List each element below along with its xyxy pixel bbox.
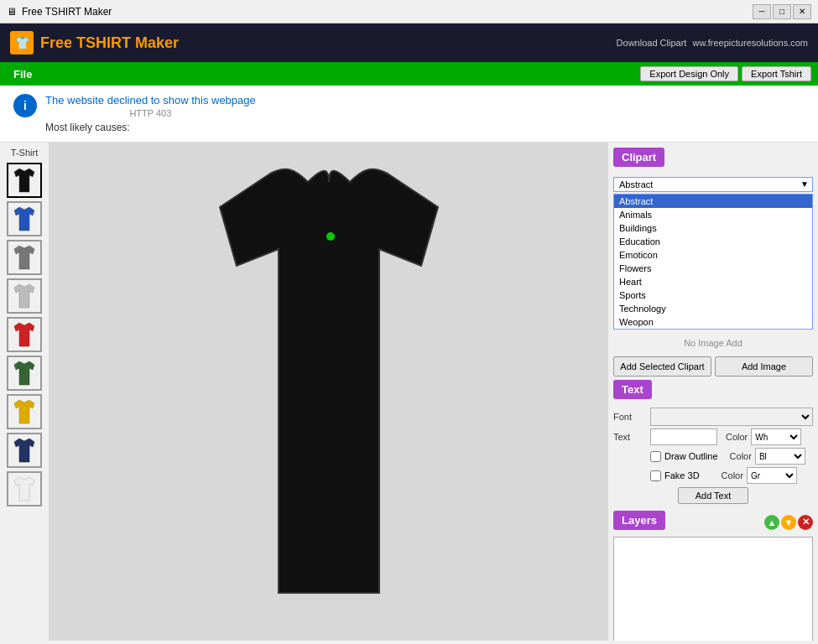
layers-header-row: Layers ▲ ▼ ✕ (613, 511, 813, 533)
logo-free: Free (40, 34, 76, 51)
fake3d-color-select[interactable]: Gr (747, 467, 797, 484)
error-message: The website declined to show this webpag… (45, 94, 256, 106)
add-image-button[interactable]: Add Image (715, 356, 813, 377)
text-color-select[interactable]: Wh (751, 428, 801, 445)
layers-section: Layers ▲ ▼ ✕ (613, 511, 813, 641)
logo-text: Free TSHIRT Maker (40, 34, 179, 52)
layer-delete-icon[interactable]: ✕ (798, 515, 813, 530)
clipart-btn-row: Add Selected Clipart Add Image (613, 356, 813, 377)
tshirt-color-gray[interactable] (7, 240, 42, 275)
main-area: T-Shirt (0, 143, 818, 641)
titlebar-left: 🖥 Free TSHIRT Maker (7, 6, 112, 18)
font-row: Font (613, 408, 813, 426)
layer-up-icon[interactable]: ▲ (764, 515, 779, 530)
outline-color-label: Color (730, 451, 752, 461)
error-banner: i The website declined to show this webp… (0, 86, 818, 143)
clipart-dropdown-container: Abstract ▼ Abstract Animals Buildings Ed… (613, 177, 813, 330)
clipart-option-sports[interactable]: Sports (614, 288, 812, 302)
tshirt-color-red[interactable] (7, 317, 42, 352)
tshirt-sidebar: T-Shirt (0, 143, 49, 641)
layers-icons: ▲ ▼ ✕ (764, 515, 813, 530)
fake3d-color-label: Color (722, 470, 743, 480)
error-content: The website declined to show this webpag… (45, 94, 256, 133)
titlebar: 🖥 Free TSHIRT Maker ─ □ ✕ (0, 0, 818, 23)
text-section: Text Font Text Color Wh Draw Outline Col… (613, 380, 813, 504)
text-header: Text (613, 380, 652, 399)
titlebar-title: Free TSHIRT Maker (22, 6, 112, 18)
restore-button[interactable]: □ (773, 4, 791, 19)
layers-header: Layers (613, 511, 665, 530)
tshirt-color-yellow[interactable] (7, 394, 42, 429)
menubar: File Export Design Only Export Tshirt (0, 62, 818, 86)
menubar-buttons: Export Design Only Export Tshirt (640, 66, 811, 81)
minimize-button[interactable]: ─ (753, 4, 771, 19)
header-link[interactable]: Download Clipart ww.freepicturesolutions… (617, 38, 808, 48)
app-icon: 🖥 (7, 6, 17, 18)
export-tshirt-button[interactable]: Export Tshirt (742, 66, 811, 81)
tshirt-color-black[interactable] (7, 163, 42, 198)
draw-outline-checkbox[interactable] (650, 451, 661, 462)
clipart-option-abstract[interactable]: Abstract (614, 195, 812, 208)
text-color-label: Color (726, 432, 748, 442)
clipart-option-education[interactable]: Education (614, 235, 812, 248)
draw-outline-row: Draw Outline Color Bl (650, 448, 813, 465)
tshirt-label: T-Shirt (11, 148, 38, 158)
tshirt-svg (119, 157, 539, 626)
app-logo: 👕 Free TSHIRT Maker (10, 31, 179, 55)
right-panel: Clipart Abstract ▼ Abstract Animals Buil… (608, 143, 818, 641)
clipart-option-flowers[interactable]: Flowers (614, 262, 812, 275)
outline-color-select[interactable]: Bl (755, 448, 805, 465)
clipart-dropdown-header[interactable]: Abstract ▼ (613, 177, 813, 192)
no-image-text: No Image Add (613, 333, 813, 353)
clipart-option-technology[interactable]: Technology (614, 302, 812, 315)
tshirt-color-navy[interactable] (7, 433, 42, 468)
fake3d-checkbox[interactable] (650, 470, 661, 481)
clipart-option-animals[interactable]: Animals (614, 208, 812, 221)
error-cause: Most likely causes: (45, 122, 256, 133)
fake3d-label: Fake 3D (664, 470, 700, 480)
tshirt-color-blue[interactable] (7, 201, 42, 236)
layers-box[interactable] (613, 537, 813, 641)
file-menu[interactable]: File (7, 66, 39, 82)
fake3d-row: Fake 3D Color Gr (650, 467, 813, 484)
logo-icon: 👕 (10, 31, 34, 55)
tshirt-color-lightgray[interactable] (7, 278, 42, 314)
layer-down-icon[interactable]: ▼ (781, 515, 796, 530)
add-text-button[interactable]: Add Text (678, 487, 749, 504)
text-label: Text (613, 432, 647, 442)
export-design-button[interactable]: Export Design Only (640, 66, 738, 81)
clipart-section: Clipart Abstract ▼ Abstract Animals Buil… (613, 148, 813, 377)
text-input[interactable] (650, 428, 717, 445)
info-icon: i (13, 94, 37, 117)
draw-outline-label: Draw Outline (664, 451, 718, 461)
close-button[interactable]: ✕ (793, 4, 811, 19)
text-row: Text Color Wh (613, 428, 813, 445)
font-label: Font (613, 412, 647, 422)
app-header: 👕 Free TSHIRT Maker Download Clipart ww.… (0, 23, 818, 62)
clipart-option-buildings[interactable]: Buildings (614, 221, 812, 235)
font-select[interactable] (650, 408, 813, 426)
canvas-area[interactable] (49, 143, 608, 641)
error-code: HTTP 403 (45, 108, 256, 118)
clipart-option-weopon[interactable]: Weopon (614, 315, 812, 329)
clipart-dropdown-list: Abstract Animals Buildings Education Emo… (613, 194, 813, 330)
logo-maker: Maker (131, 34, 179, 51)
add-clipart-button[interactable]: Add Selected Clipart (613, 356, 711, 377)
clipart-option-emoticon[interactable]: Emoticon (614, 248, 812, 262)
svg-point-0 (326, 232, 335, 241)
clipart-option-heart[interactable]: Heart (614, 275, 812, 288)
titlebar-controls: ─ □ ✕ (753, 4, 811, 19)
tshirt-canvas (86, 148, 572, 635)
logo-tshirt: TSHIRT (76, 34, 131, 51)
tshirt-color-white[interactable] (7, 471, 42, 506)
clipart-header: Clipart (613, 148, 664, 167)
tshirt-color-green[interactable] (7, 356, 42, 391)
